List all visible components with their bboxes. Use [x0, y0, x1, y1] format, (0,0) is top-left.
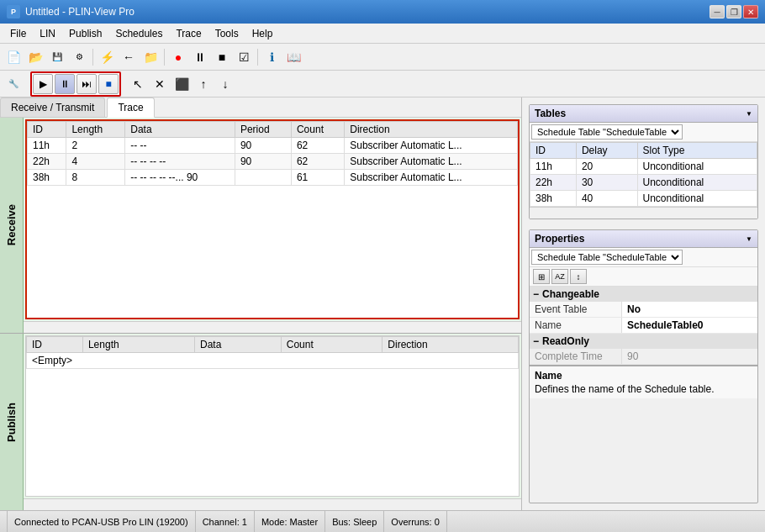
panels-container: Receive / Transmit Trace Receive ID Leng…: [0, 97, 765, 510]
toolbar-separator-2: [164, 49, 165, 66]
back-button[interactable]: ←: [119, 47, 139, 67]
tables-panel-title: Tables: [535, 108, 566, 119]
connect-button[interactable]: ⚡: [97, 47, 117, 67]
props-description-text: Defines the name of the Schedule table.: [535, 383, 752, 395]
receive-scrollbar[interactable]: [24, 321, 521, 333]
receive-pane: Receive ID Length Data Period Count: [0, 118, 521, 334]
record-button[interactable]: ●: [168, 47, 188, 67]
tables-cell-id-1: 22h: [530, 175, 577, 191]
tables-scrollbar[interactable]: [530, 207, 757, 219]
receive-cell-length-0: 2: [66, 138, 125, 154]
tables-cell-id-2: 38h: [530, 191, 577, 207]
trace-stop-button[interactable]: ■: [98, 74, 119, 94]
prop-row-complete-time[interactable]: Complete Time 90: [530, 349, 757, 365]
props-sortaz-button[interactable]: AZ: [551, 269, 568, 284]
properties-toolbar: ⊞ AZ ↕: [530, 267, 757, 287]
menu-bar: File LIN Publish Schedules Trace Tools H…: [0, 24, 765, 44]
receive-cell-id-2: 38h: [28, 170, 66, 186]
tables-cell-delay-1: 30: [576, 175, 637, 191]
publish-table-container[interactable]: ID Length Data Count Direction <Empty>: [25, 335, 520, 497]
save-button[interactable]: 💾: [47, 47, 67, 67]
tables-cell-slottype-2: Unconditional: [637, 191, 757, 207]
tab-trace[interactable]: Trace: [107, 97, 154, 118]
publish-scrollbar[interactable]: [24, 498, 521, 510]
prop-name-name: Name: [530, 318, 622, 333]
props-grid-button[interactable]: ⊞: [533, 269, 550, 284]
props-description-area: Name Defines the name of the Schedule ta…: [530, 365, 757, 398]
tables-cell-id-0: 11h: [530, 159, 577, 175]
config-button[interactable]: ⚙: [69, 47, 89, 67]
folder-button[interactable]: 📁: [140, 47, 161, 67]
trace-controls-group: ▶ ⏸ ⏭ ■: [30, 71, 121, 97]
toolbar-separator-3: [257, 49, 258, 66]
tables-cell-delay-2: 40: [576, 191, 637, 207]
tables-dropdown[interactable]: Schedule Table "ScheduleTable0" (Runni..…: [531, 124, 683, 140]
publish-pane: Publish ID Length Data Count Directi: [0, 334, 521, 510]
move-up-button[interactable]: ↑: [193, 74, 214, 94]
receive-cell-period-2: [235, 170, 291, 186]
receive-label: Receive: [0, 118, 24, 333]
stop-button[interactable]: ■: [212, 47, 232, 67]
cursor-button[interactable]: ↖: [128, 74, 148, 94]
info-button[interactable]: ℹ: [261, 47, 282, 67]
chevron-down-icon-props: ▼: [746, 235, 752, 243]
receive-cell-count-1: 62: [291, 154, 344, 170]
props-sort-button[interactable]: ↕: [570, 269, 587, 284]
receive-content: ID Length Data Period Count Direction: [24, 118, 521, 333]
receive-row-2[interactable]: 38h 8 -- -- -- -- --... 90 61 Subscriber…: [28, 170, 518, 186]
receive-cell-period-0: 90: [235, 138, 291, 154]
book-button[interactable]: 📖: [283, 47, 303, 67]
trace-pause-button[interactable]: ⏸: [55, 74, 75, 94]
menu-lin[interactable]: LIN: [33, 25, 62, 41]
receive-col-length: Length: [66, 122, 125, 138]
tables-col-id: ID: [530, 143, 577, 159]
delete-trace-button[interactable]: ✕: [150, 74, 170, 94]
right-panels: Tables ▼ Schedule Table "ScheduleTable0"…: [521, 97, 765, 510]
pause-button[interactable]: ⏸: [190, 47, 210, 67]
publish-row-empty[interactable]: <Empty>: [27, 353, 519, 369]
publish-cell-empty: <Empty>: [27, 353, 519, 369]
menu-tools[interactable]: Tools: [208, 25, 245, 41]
new-button[interactable]: 📄: [3, 47, 24, 67]
menu-schedules[interactable]: Schedules: [108, 25, 169, 41]
receive-cell-period-1: 90: [235, 154, 291, 170]
receive-cell-length-2: 8: [66, 170, 125, 186]
status-mode: Mode: Master: [255, 511, 325, 532]
receive-cell-data-2: -- -- -- -- --... 90: [125, 170, 235, 186]
tables-cell-slottype-0: Unconditional: [637, 159, 757, 175]
receive-cell-data-1: -- -- -- --: [125, 154, 235, 170]
menu-trace[interactable]: Trace: [169, 25, 208, 41]
receive-table-container[interactable]: ID Length Data Period Count Direction: [25, 119, 520, 319]
close-button[interactable]: ✕: [743, 5, 758, 18]
restore-button[interactable]: ❐: [726, 5, 741, 18]
status-connection: Connected to PCAN-USB Pro LIN (19200): [7, 511, 196, 532]
properties-dropdown-row: Schedule Table "ScheduleTable0": [530, 248, 757, 267]
tables-row-2[interactable]: 38h 40 Unconditional: [530, 191, 757, 207]
menu-help[interactable]: Help: [245, 25, 280, 41]
trace-step-button[interactable]: ⏭: [76, 74, 97, 94]
minimize-button[interactable]: ─: [710, 5, 725, 18]
checkbox-button[interactable]: ☑: [234, 47, 254, 67]
move-down-button[interactable]: ↓: [215, 74, 235, 94]
prop-name-event-table: Event Table: [530, 302, 622, 317]
menu-file[interactable]: File: [3, 25, 33, 41]
properties-dropdown[interactable]: Schedule Table "ScheduleTable0": [531, 250, 683, 265]
tables-row-0[interactable]: 11h 20 Unconditional: [530, 159, 757, 175]
copy-trace-button[interactable]: ⬛: [171, 74, 192, 94]
hw-config-button[interactable]: 🔧: [3, 74, 24, 94]
receive-row-0[interactable]: 11h 2 -- -- 90 62 Subscriber Automatic L…: [28, 138, 518, 154]
trace-toolbar: 🔧 ▶ ⏸ ⏭ ■ ↖ ✕ ⬛ ↑ ↓: [0, 71, 765, 97]
open-button[interactable]: 📂: [25, 47, 45, 67]
tab-bar: Receive / Transmit Trace: [0, 97, 521, 118]
window-title: Untitled - PLIN-View Pro: [25, 6, 135, 18]
tables-row-1[interactable]: 22h 30 Unconditional: [530, 175, 757, 191]
receive-cell-count-0: 62: [291, 138, 344, 154]
menu-publish[interactable]: Publish: [62, 25, 108, 41]
prop-row-event-table[interactable]: Event Table No: [530, 302, 757, 318]
receive-cell-direction-0: Subscriber Automatic L...: [345, 138, 518, 154]
prop-row-name[interactable]: Name ScheduleTable0: [530, 318, 757, 334]
receive-col-count: Count: [291, 122, 344, 138]
receive-row-1[interactable]: 22h 4 -- -- -- -- 90 62 Subscriber Autom…: [28, 154, 518, 170]
tab-receive-transmit[interactable]: Receive / Transmit: [0, 97, 105, 117]
trace-play-button[interactable]: ▶: [33, 74, 53, 94]
